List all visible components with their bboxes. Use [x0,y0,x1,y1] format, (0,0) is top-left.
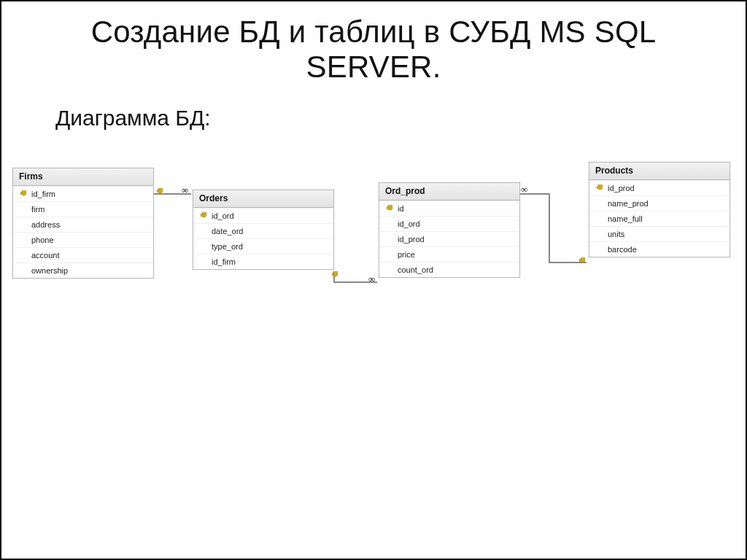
table-column-row[interactable]: id_ord [193,208,333,223]
column-name: barcode [608,245,724,254]
table-header: Ord_prod [379,183,519,201]
column-icon [384,265,393,274]
table-column-row[interactable]: firm [13,201,153,217]
table-column-row[interactable]: units [589,226,729,241]
column-icon [198,242,207,251]
table-column-row[interactable]: id_firm [193,254,333,269]
table-column-row[interactable]: date_ord [193,223,333,238]
column-icon [18,205,27,214]
column-name: address [31,220,148,229]
column-name: count_ord [398,265,514,274]
key-endpoint-icon [330,271,338,279]
table-column-row[interactable]: id_prod [589,180,729,195]
table-column-row[interactable]: id_ord [379,216,519,231]
table-header: Firms [13,168,153,186]
table-column-row[interactable]: id [379,201,519,216]
column-name: id_firm [212,257,328,266]
table-column-row[interactable]: ownership [13,262,153,278]
table-products[interactable]: Products id_prodname_prodname_fullunitsb… [589,162,730,257]
column-name: id_firm [31,190,148,198]
column-icon [18,220,27,229]
column-name: date_ord [212,227,328,236]
table-column-row[interactable]: price [379,246,519,262]
slide-title: Создание БД и таблиц в СУБД MS SQL SERVE… [1,15,746,85]
column-name: account [31,251,148,260]
primary-key-icon [384,204,393,213]
primary-key-icon [595,184,603,192]
column-name: id_ord [398,219,514,228]
table-column-row[interactable]: id_firm [13,186,153,201]
table-column-row[interactable]: barcode [589,241,729,257]
table-column-row[interactable]: name_full [589,211,729,226]
table-orders[interactable]: Orders id_orddate_ordtype_ordid_firm [193,190,334,270]
column-name: phone [31,236,148,244]
column-name: type_ord [212,242,328,251]
table-ord-prod[interactable]: Ord_prod idid_ordid_prodpricecount_ord [379,182,520,278]
column-icon [595,245,603,254]
table-column-row[interactable]: phone [13,232,153,247]
column-name: ownership [31,266,148,275]
column-icon [384,235,393,244]
slide: Создание БД и таблиц в СУБД MS SQL SERVE… [0,0,747,560]
table-column-row[interactable]: id_prod [379,231,519,246]
slide-subtitle: Диаграмма БД: [55,106,746,131]
table-column-row[interactable]: type_ord [193,238,333,254]
table-column-row[interactable]: address [13,217,153,232]
column-name: id_prod [398,235,514,244]
infinity-endpoint-icon: ∞ [521,186,527,193]
key-endpoint-icon [155,188,163,196]
column-name: price [398,250,514,259]
table-header: Orders [193,190,333,208]
infinity-endpoint-icon: ∞ [368,276,375,283]
column-icon [18,251,27,260]
column-name: id_prod [608,184,724,192]
column-icon [18,236,27,244]
column-name: name_prod [608,199,724,208]
column-name: id_ord [212,211,328,220]
primary-key-icon [198,211,207,220]
infinity-endpoint-icon: ∞ [182,187,188,194]
column-name: name_full [608,214,724,223]
column-icon [595,199,603,208]
column-icon [384,219,393,228]
table-header: Products [589,163,729,180]
column-icon [18,266,27,275]
column-icon [384,250,393,259]
table-firms[interactable]: Firms id_firmfirmaddressphoneaccountowne… [12,168,154,279]
column-icon [595,214,603,223]
column-icon [595,230,603,238]
table-column-row[interactable]: count_ord [379,262,519,277]
primary-key-icon [18,190,27,198]
column-icon [198,257,207,266]
column-name: id [398,204,514,213]
key-endpoint-icon [578,257,586,265]
column-name: firm [31,205,148,214]
column-name: units [608,230,724,238]
table-column-row[interactable]: name_prod [589,195,729,211]
table-column-row[interactable]: account [13,247,153,262]
diagram-canvas: Firms id_firmfirmaddressphoneaccountowne… [12,162,735,330]
column-icon [198,227,207,236]
